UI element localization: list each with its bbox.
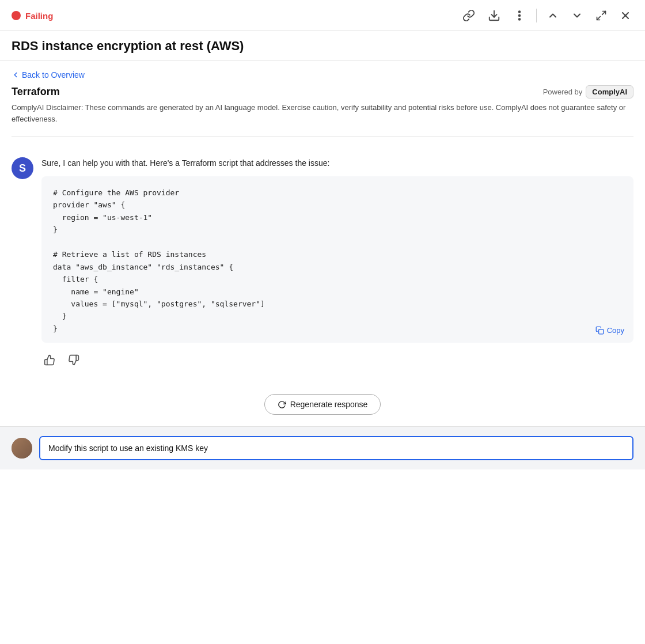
up-icon-button[interactable] [545,7,561,24]
svg-line-5 [597,17,601,20]
chat-area: S Sure, I can help you with that. Here's… [12,148,633,371]
svg-point-1 [519,11,520,12]
header-divider [536,9,537,22]
title-row: RDS instance encryption at rest (AWS) [0,31,645,61]
message-text: Sure, I can help you with that. Here's a… [41,157,633,169]
svg-line-4 [602,12,606,15]
link-icon-button[interactable] [460,7,477,24]
back-to-overview-link[interactable]: Back to Overview [12,61,85,85]
section-header: Terraform Powered by ComplyAI [12,85,633,99]
avatar-circle [12,438,32,459]
svg-point-2 [519,15,520,16]
header-actions [460,7,633,24]
feedback-row [12,352,633,371]
svg-point-3 [519,18,520,20]
svg-rect-8 [598,329,603,334]
thumbs-down-button[interactable] [66,352,82,371]
down-icon-button[interactable] [569,7,585,24]
copy-button[interactable]: Copy [595,326,624,335]
download-icon-button[interactable] [485,7,503,24]
message-content: Sure, I can help you with that. Here's a… [41,157,633,343]
header-left: Failing [12,11,53,21]
regenerate-button[interactable]: Regenerate response [264,394,381,415]
bot-avatar: S [12,157,33,179]
main-content: Back to Overview Terraform Powered by Co… [0,61,645,415]
status-dot [12,11,21,20]
user-avatar [12,438,32,459]
bottom-bar [0,426,645,469]
close-icon-button[interactable] [617,7,633,24]
header: Failing [0,0,645,31]
comply-badge: ComplyAI [586,85,633,99]
disclaimer-text: ComplyAI Disclaimer: These commands are … [12,102,633,137]
expand-icon-button[interactable] [593,7,609,24]
regenerate-icon [278,400,286,409]
more-icon-button[interactable] [511,7,528,24]
thumbs-up-icon [44,354,55,366]
thumbs-down-icon [68,354,79,366]
status-label: Failing [25,11,53,21]
regenerate-row: Regenerate response [12,394,633,415]
bot-message: S Sure, I can help you with that. Here's… [12,157,633,343]
section-title: Terraform [12,86,60,98]
powered-by-label: Powered by [543,88,583,96]
powered-by: Powered by ComplyAI [543,85,633,99]
chevron-left-icon [12,71,20,79]
thumbs-up-button[interactable] [41,352,58,371]
code-block: # Configure the AWS provider provider "a… [41,176,633,343]
chat-input[interactable] [39,436,633,460]
copy-icon [595,326,604,335]
code-content: # Configure the AWS provider provider "a… [53,187,622,335]
page-title: RDS instance encryption at rest (AWS) [12,39,244,53]
